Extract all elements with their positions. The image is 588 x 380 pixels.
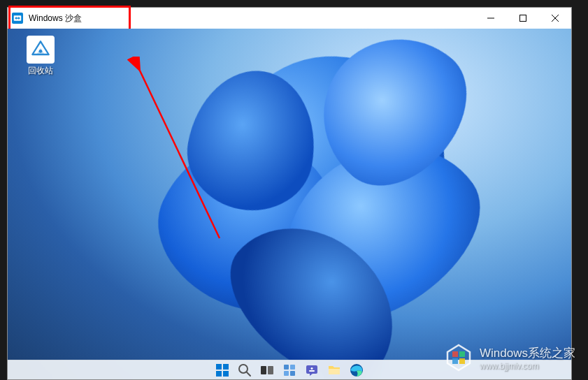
svg-rect-14 xyxy=(261,366,266,374)
minimize-button[interactable] xyxy=(475,8,507,29)
svg-rect-15 xyxy=(268,366,273,374)
wallpaper-bloom xyxy=(78,29,497,378)
close-button[interactable] xyxy=(539,8,571,29)
svg-rect-18 xyxy=(284,371,289,376)
svg-rect-17 xyxy=(290,365,295,370)
svg-rect-19 xyxy=(290,371,295,376)
svg-rect-28 xyxy=(459,358,465,364)
search-button[interactable] xyxy=(236,361,254,379)
recycle-bin-icon xyxy=(27,36,55,64)
svg-rect-10 xyxy=(216,371,222,377)
svg-rect-26 xyxy=(459,351,465,357)
svg-rect-27 xyxy=(452,358,458,364)
svg-rect-16 xyxy=(284,365,289,370)
window-title: Windows 沙盒 xyxy=(29,13,82,24)
watermark: Windows系统之家 www.bjjmlv.com xyxy=(443,342,575,373)
maximize-button[interactable] xyxy=(507,8,539,29)
chat-button[interactable] xyxy=(303,361,321,379)
svg-point-12 xyxy=(239,365,248,373)
sandbox-window: Windows 沙盒 回收站 xyxy=(7,7,572,380)
svg-rect-25 xyxy=(452,351,458,357)
svg-point-5 xyxy=(39,50,43,53)
svg-rect-9 xyxy=(223,364,229,370)
window-controls xyxy=(475,8,571,29)
svg-line-13 xyxy=(247,372,250,376)
watermark-url: www.bjjmlv.com xyxy=(480,361,575,371)
svg-point-21 xyxy=(311,367,313,370)
sandbox-icon xyxy=(12,13,23,24)
task-view-button[interactable] xyxy=(258,361,276,379)
start-button[interactable] xyxy=(213,361,231,379)
svg-rect-11 xyxy=(223,371,229,377)
watermark-title: Windows系统之家 xyxy=(480,345,575,361)
recycle-bin-label: 回收站 xyxy=(16,65,65,77)
file-explorer-button[interactable] xyxy=(325,361,343,379)
svg-rect-8 xyxy=(216,364,222,370)
recycle-bin[interactable]: 回收站 xyxy=(16,36,65,77)
svg-rect-22 xyxy=(309,370,315,372)
titlebar[interactable]: Windows 沙盒 xyxy=(8,8,571,29)
widgets-button[interactable] xyxy=(280,361,299,379)
watermark-logo-icon xyxy=(443,342,474,373)
svg-rect-2 xyxy=(520,15,526,22)
edge-button[interactable] xyxy=(347,361,366,379)
sandbox-desktop[interactable]: 回收站 xyxy=(8,29,571,379)
svg-rect-23 xyxy=(329,369,340,374)
